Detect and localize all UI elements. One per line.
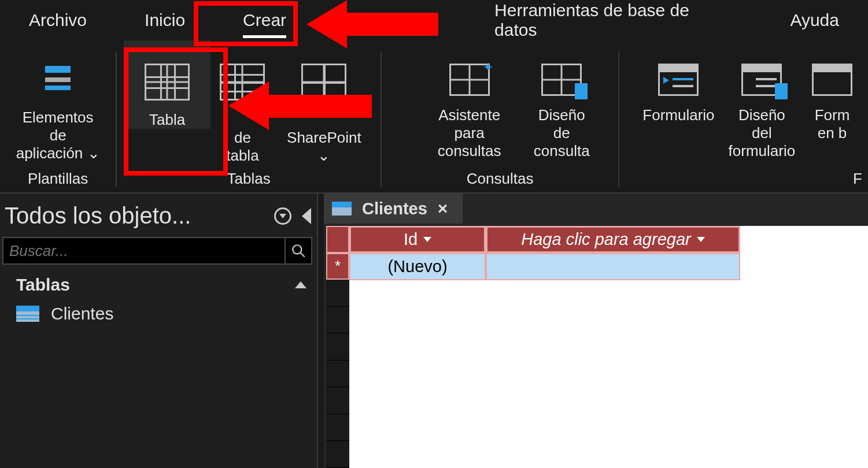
nav-search — [2, 237, 312, 265]
row-header-selectall[interactable] — [326, 226, 349, 253]
form-design-icon — [741, 64, 782, 96]
ribbon: Elementos de aplicación ⌄ Plantillas Tab… — [0, 40, 868, 194]
nav-collapse-icon[interactable] — [302, 208, 311, 224]
blank-form-button[interactable]: Form en b — [803, 40, 861, 142]
cell-add[interactable] — [486, 253, 740, 280]
table-button[interactable]: Tabla — [124, 40, 210, 129]
sharepoint-lists-icon — [301, 64, 346, 101]
query-wizard-label-2: consultas — [438, 142, 501, 160]
group-label-consultas: Consultas — [382, 170, 618, 188]
group-label-plantillas: Plantillas — [0, 170, 116, 188]
group-label-formularios: F — [619, 170, 868, 188]
query-design-label-1: Diseño de — [529, 106, 594, 142]
tab-archivo[interactable]: Archivo — [17, 5, 98, 36]
query-wizard-label-1: Asistente para — [423, 106, 515, 142]
search-input[interactable] — [3, 242, 285, 260]
table-icon — [145, 64, 190, 101]
table-icon — [16, 306, 39, 322]
nav-title-row: Todos los objeto... — [0, 194, 317, 235]
blank-form-label-2: en b — [818, 124, 847, 142]
form-button[interactable]: Formulario — [637, 40, 721, 124]
close-icon[interactable]: × — [438, 199, 448, 218]
table-icon — [332, 202, 352, 216]
blank-form-icon — [812, 64, 852, 96]
table-design-icon — [220, 64, 265, 101]
table-design-button[interactable]: Diseño de tabla — [210, 40, 274, 165]
ribbon-group-plantillas: Elementos de aplicación ⌄ Plantillas — [0, 40, 116, 192]
sharepoint-lists-button[interactable]: Listas SharePoint ⌄ — [275, 40, 374, 165]
row-header[interactable] — [326, 387, 349, 414]
table-label: Tabla — [149, 111, 185, 129]
tab-crear[interactable]: Crear — [231, 5, 298, 36]
ribbon-tabs: Archivo Inicio Crear Herramientas de bas… — [0, 0, 868, 40]
navigation-pane: Todos los objeto... Tablas Clientes — [0, 194, 318, 468]
sharepoint-lists-label-2: SharePoint ⌄ — [282, 129, 367, 165]
app-parts-button[interactable]: Elementos de aplicación ⌄ — [7, 40, 109, 163]
nav-group-label: Tablas — [16, 275, 70, 295]
svg-point-0 — [293, 245, 301, 254]
new-record-row[interactable]: (Nuevo) — [349, 253, 868, 280]
row-header-column: * — [326, 226, 349, 468]
document-tab-clientes[interactable]: Clientes × — [324, 194, 463, 224]
row-header[interactable] — [326, 280, 349, 307]
form-design-label-2: formulario — [729, 142, 796, 160]
blank-form-label-1: Form — [815, 106, 850, 124]
document-area: Clientes × * Id Haga clic para agregar — [324, 194, 868, 468]
row-header[interactable] — [326, 414, 349, 441]
app-parts-icon — [40, 64, 75, 98]
nav-item-clientes[interactable]: Clientes — [0, 298, 317, 329]
query-design-label-2: consulta — [534, 142, 590, 160]
group-label-tablas: Tablas — [117, 170, 381, 188]
datasheet: * Id Haga clic para agregar (Nuevo — [326, 226, 868, 468]
column-header-add[interactable]: Haga clic para agregar — [486, 226, 740, 253]
row-header-new[interactable]: * — [326, 253, 349, 280]
form-design-button[interactable]: Diseño del formulario — [721, 40, 803, 161]
header-row: Id Haga clic para agregar — [349, 226, 868, 253]
app-parts-label-1: Elementos de — [14, 109, 102, 144]
dropdown-icon[interactable] — [423, 237, 431, 242]
tab-ayuda[interactable]: Ayuda — [778, 5, 851, 36]
row-header[interactable] — [326, 361, 349, 388]
ribbon-group-tablas: Tabla Diseño de tabla — [117, 40, 381, 192]
nav-dropdown-icon[interactable] — [274, 207, 291, 225]
search-icon[interactable] — [285, 238, 311, 263]
row-header[interactable] — [326, 333, 349, 361]
tab-inicio[interactable]: Inicio — [133, 5, 197, 36]
ribbon-group-consultas: ✦ Asistente para consultas Diseño de con… — [382, 40, 618, 192]
form-label: Formulario — [642, 106, 714, 124]
nav-title[interactable]: Todos los objeto... — [5, 203, 191, 229]
column-header-label: Id — [404, 230, 418, 249]
document-tab-label: Clientes — [362, 199, 427, 218]
form-icon — [658, 64, 699, 96]
dropdown-icon[interactable] — [697, 237, 705, 242]
column-header-label: Haga clic para agregar — [521, 230, 690, 249]
form-design-label-1: Diseño del — [727, 106, 796, 142]
query-design-button[interactable]: Diseño de consulta — [522, 40, 601, 161]
table-design-label-2: de tabla — [217, 129, 267, 165]
row-header[interactable] — [326, 441, 349, 468]
nav-group-tablas[interactable]: Tablas — [0, 269, 317, 298]
cell-id[interactable]: (Nuevo) — [349, 253, 486, 280]
nav-item-label: Clientes — [51, 304, 113, 324]
datasheet-grid: Id Haga clic para agregar (Nuevo) — [349, 226, 868, 468]
chevron-up-icon — [295, 281, 306, 288]
ribbon-group-formularios: Formulario Diseño del formulario — [619, 40, 868, 192]
tab-herramientas[interactable]: Herramientas de base de datos — [483, 0, 744, 46]
svg-line-1 — [300, 252, 305, 257]
query-wizard-button[interactable]: ✦ Asistente para consultas — [416, 40, 522, 161]
query-wizard-icon: ✦ — [449, 64, 490, 96]
query-design-icon — [541, 64, 582, 96]
app-parts-label-2: aplicación ⌄ — [16, 144, 100, 162]
row-header[interactable] — [326, 307, 349, 334]
column-header-id[interactable]: Id — [349, 226, 486, 253]
